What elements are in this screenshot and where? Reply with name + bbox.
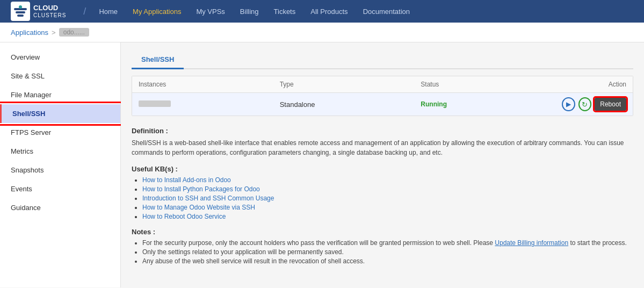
svg-rect-2	[17, 15, 24, 17]
sidebar-item-events[interactable]: Events	[0, 179, 120, 198]
kb-item-3: Introduction to SSH and SSH Common Usage	[142, 195, 633, 202]
kb-link-2[interactable]: How to Install Python Packages for Odoo	[142, 185, 260, 193]
sidebar: Overview Site & SSL File Manager Shell/S…	[0, 42, 121, 287]
sidebar-item-metrics[interactable]: Metrics	[0, 142, 120, 161]
kb-item-1: How to Install Add-ons in Odoo	[142, 176, 633, 184]
nav-home[interactable]: Home	[92, 3, 124, 20]
kb-link-3[interactable]: Introduction to SSH and SSH Common Usage	[142, 195, 274, 202]
logo-line1: CLOUD	[33, 4, 58, 12]
instances-table: Instances Type Status Action odo......-0…	[132, 76, 633, 116]
sidebar-item-snapshots[interactable]: Snapshots	[0, 161, 120, 179]
kb-item-2: How to Install Python Packages for Odoo	[142, 185, 633, 193]
kb-item-5: How to Reboot Odoo Service	[142, 213, 633, 220]
content-area: Shell/SSH Instances Type Status Action o…	[121, 42, 644, 287]
logo: CLOUD CLUSTERS	[11, 2, 66, 21]
col-instances: Instances	[139, 81, 280, 88]
notes-list: For the security purpose, only the accou…	[132, 239, 633, 265]
sidebar-item-ftps-server[interactable]: FTPS Server	[0, 123, 120, 142]
kb-section: Useful KB(s) : How to Install Add-ons in…	[132, 165, 633, 220]
definition-section: Definition : Shell/SSH is a web-based sh…	[132, 127, 633, 157]
kb-link-4[interactable]: How to Manage Odoo Website via SSH	[142, 204, 255, 211]
breadcrumb-current: odo......	[59, 28, 89, 37]
table-header: Instances Type Status Action	[132, 76, 633, 93]
kb-link-5[interactable]: How to Reboot Odoo Service	[142, 213, 226, 220]
instance-type: Standalone	[280, 100, 421, 109]
header-divider: /	[83, 6, 86, 17]
kb-item-4: How to Manage Odoo Website via SSH	[142, 204, 633, 211]
logo-icon	[11, 2, 30, 21]
breadcrumb-applications-link[interactable]: Applications	[11, 28, 48, 37]
col-status: Status	[421, 81, 562, 88]
instance-name: odo......-0	[139, 100, 280, 108]
action-cell: ▶ ↻ Reboot	[562, 97, 626, 111]
nav-documentation[interactable]: Documentation	[357, 3, 416, 20]
note-1: For the security purpose, only the accou…	[142, 239, 633, 247]
breadcrumb: Applications > odo......	[0, 23, 644, 42]
reboot-button[interactable]: Reboot	[595, 98, 626, 111]
svg-point-3	[19, 5, 22, 9]
sidebar-item-file-manager[interactable]: File Manager	[0, 85, 120, 104]
notes-title: Notes :	[132, 228, 633, 236]
notes-section: Notes : For the security purpose, only t…	[132, 228, 633, 265]
play-button[interactable]: ▶	[562, 97, 575, 111]
refresh-button[interactable]: ↻	[578, 97, 592, 111]
update-billing-link[interactable]: Update Billing information	[495, 239, 568, 247]
kb-list: How to Install Add-ons in Odoo How to In…	[132, 176, 633, 220]
svg-rect-1	[16, 11, 25, 13]
sidebar-item-guidance[interactable]: Guidance	[0, 198, 120, 217]
sidebar-item-site-ssl[interactable]: Site & SSL	[0, 67, 120, 85]
tab-shell-ssh[interactable]: Shell/SSH	[132, 51, 184, 69]
nav-billing[interactable]: Billing	[234, 3, 265, 20]
header: CLOUD CLUSTERS / Home My Applications My…	[0, 0, 644, 23]
kb-title: Useful KB(s) :	[132, 165, 633, 173]
nav-tickets[interactable]: Tickets	[267, 3, 302, 20]
main-nav: Home My Applications My VPSs Billing Tic…	[92, 3, 416, 20]
tab-bar: Shell/SSH	[132, 51, 633, 69]
nav-my-applications[interactable]: My Applications	[126, 3, 187, 20]
sidebar-item-overview[interactable]: Overview	[0, 48, 120, 67]
sidebar-item-shell-ssh[interactable]: Shell/SSH	[0, 104, 120, 123]
nav-all-products[interactable]: All Products	[304, 3, 354, 20]
col-type: Type	[280, 81, 421, 88]
instance-blurred: odo......-0	[139, 100, 171, 107]
instance-status: Running	[421, 100, 562, 108]
col-action: Action	[562, 81, 626, 88]
main-layout: Overview Site & SSL File Manager Shell/S…	[0, 42, 644, 287]
definition-title: Definition :	[132, 127, 633, 135]
table-row: odo......-0 Standalone Running ▶ ↻ Reboo…	[132, 93, 633, 116]
breadcrumb-separator: >	[52, 28, 56, 37]
note-3: Any abuse of the web shell service will …	[142, 257, 633, 265]
nav-my-vpss[interactable]: My VPSs	[190, 3, 231, 20]
definition-text: Shell/SSH is a web-based shell-like inte…	[132, 138, 633, 157]
logo-line2: CLUSTERS	[33, 12, 66, 18]
kb-link-1[interactable]: How to Install Add-ons in Odoo	[142, 176, 231, 184]
note-2: Only the settings related to your applic…	[142, 248, 633, 256]
